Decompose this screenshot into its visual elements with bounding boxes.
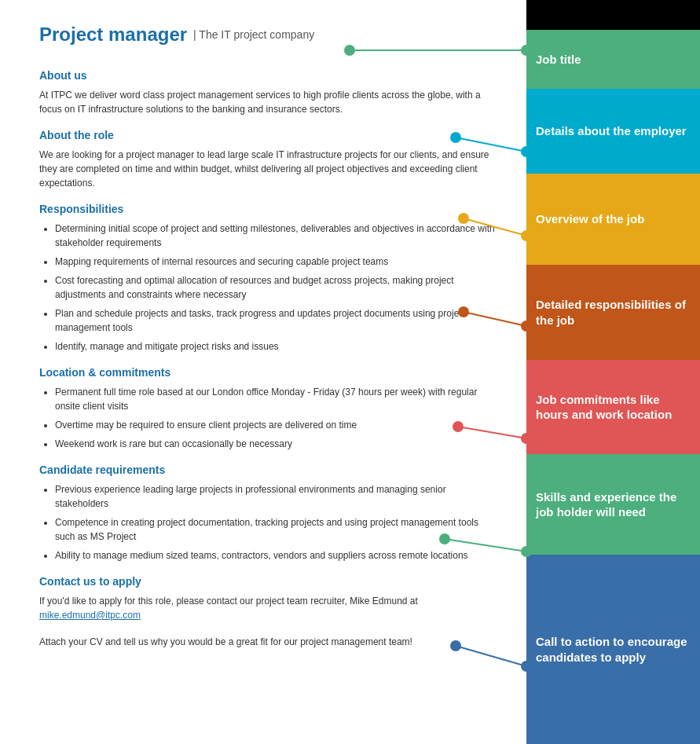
annotation-skills-label: Skills and experience the job holder wil… — [536, 489, 691, 520]
list-item: Identify, manage and mitigate project ri… — [55, 339, 495, 354]
annotation-responsibilities-label: Detailed responsibilities of the job — [536, 297, 691, 328]
about-us-heading: About us — [39, 69, 495, 82]
document-panel: Project manager | The IT project company… — [0, 0, 526, 744]
annotation-cta: Call to action to encourage candidates t… — [526, 555, 700, 744]
candidate-heading: Candidate requirements — [39, 464, 495, 476]
job-title: Project manager — [39, 24, 187, 46]
company-name: | The IT project company — [193, 28, 314, 41]
list-item: Permanent full time role based at our Lo… — [55, 385, 495, 413]
location-heading: Location & commitments — [39, 366, 495, 379]
about-role-section: About the role We are looking for a proj… — [39, 129, 495, 190]
list-item: Weekend work is rare but can occasionall… — [55, 437, 495, 451]
list-item: Previous experience leading large projec… — [55, 482, 495, 511]
contact-text1: If you'd like to apply for this role, pl… — [39, 594, 495, 622]
annotation-commitments-label: Job commitments like hours and work loca… — [536, 392, 691, 423]
annotation-commitments: Job commitments like hours and work loca… — [526, 360, 700, 454]
about-us-section: About us At ITPC we deliver word class p… — [39, 69, 495, 116]
candidate-list: Previous experience leading large projec… — [55, 482, 495, 563]
responsibilities-list: Determining initial scope of project and… — [55, 222, 495, 354]
annotation-employer: Details about the employer — [526, 89, 700, 174]
contact-text2: Attach your CV and tell us why you would… — [39, 635, 495, 649]
responsibilities-section: Responsibilities Determining initial sco… — [39, 203, 495, 354]
list-item: Cost forecasting and optimal allocation … — [55, 273, 495, 302]
about-role-text: We are looking for a project manager to … — [39, 148, 495, 190]
job-title-section: Project manager | The IT project company — [39, 24, 495, 46]
list-item: Ability to manage medium sized teams, co… — [55, 548, 495, 563]
email-link[interactable]: mike.edmund@itpc.com — [39, 610, 141, 621]
location-list: Permanent full time role based at our Lo… — [55, 385, 495, 451]
list-item: Determining initial scope of project and… — [55, 222, 495, 250]
annotation-overview: Overview of the job — [526, 174, 700, 265]
annotation-job-title-label: Job title — [536, 52, 581, 68]
responsibilities-heading: Responsibilities — [39, 203, 495, 215]
annotation-skills: Skills and experience the job holder wil… — [526, 454, 700, 555]
about-role-heading: About the role — [39, 129, 495, 141]
list-item: Overtime may be required to ensure clien… — [55, 418, 495, 432]
annotation-panel: Job title Details about the employer Ove… — [526, 0, 700, 744]
about-us-text: At ITPC we deliver word class project ma… — [39, 88, 495, 116]
annotation-responsibilities: Detailed responsibilities of the job — [526, 265, 700, 360]
candidate-section: Candidate requirements Previous experien… — [39, 464, 495, 563]
annotation-job-title: Job title — [526, 30, 700, 89]
contact-heading: Contact us to apply — [39, 575, 495, 588]
list-item: Mapping requirements of internal resourc… — [55, 255, 495, 269]
list-item: Plan and schedule projects and tasks, tr… — [55, 306, 495, 335]
annotation-overview-label: Overview of the job — [536, 211, 644, 227]
contact-section: Contact us to apply If you'd like to app… — [39, 575, 495, 649]
location-section: Location & commitments Permanent full ti… — [39, 366, 495, 451]
main-container: Project manager | The IT project company… — [0, 0, 700, 744]
annotation-cta-label: Call to action to encourage candidates t… — [536, 634, 691, 665]
annotation-employer-label: Details about the employer — [536, 123, 687, 139]
list-item: Competence in creating project documenta… — [55, 515, 495, 544]
